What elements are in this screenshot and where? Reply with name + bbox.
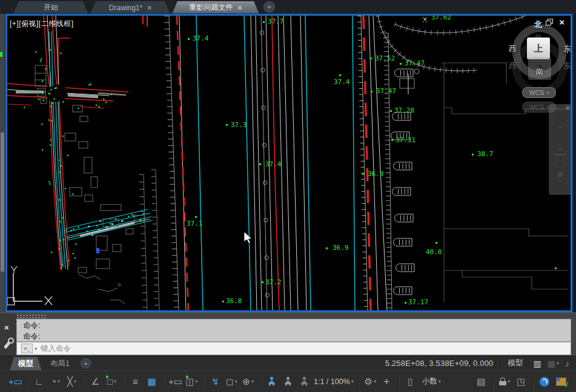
polar-tracking-icon[interactable]: ◔▾	[47, 373, 64, 390]
chevron-down-icon: ▾	[508, 379, 510, 384]
drag-handle[interactable]	[16, 314, 48, 319]
showmotion-icon[interactable]: ▶	[554, 154, 567, 168]
viewcube-east-ghost: 东	[563, 60, 571, 71]
units-value[interactable]: 小数▾	[419, 373, 466, 390]
elevation-point: 37.62	[424, 16, 451, 21]
model-tab[interactable]: 模型	[10, 357, 42, 371]
pier-symbols	[391, 69, 420, 295]
close-icon[interactable]: ×	[4, 323, 9, 332]
full-navigation-wheel-icon[interactable]: ╳	[557, 113, 563, 123]
svg-text:37.4: 37.4	[334, 78, 350, 86]
survey-dot	[139, 220, 141, 221]
restore-window-icon[interactable]	[546, 19, 553, 25]
svg-text:36.9: 36.9	[368, 170, 384, 178]
chevron-down-icon: ▾	[374, 379, 376, 384]
toolbar-separator	[203, 374, 204, 390]
command-history-line: 命令:	[23, 331, 571, 342]
object-snap-tracking-icon[interactable]: ╳▾	[64, 373, 80, 390]
transparency-icon[interactable]: ▦	[144, 373, 160, 390]
svg-text:37.4: 37.4	[265, 160, 282, 168]
snap-grid-icon[interactable]: ▦▾	[545, 359, 562, 368]
toolbar-separator	[492, 374, 494, 390]
graphics-performance-icon[interactable]	[537, 373, 553, 390]
navbar-collapse-icon[interactable]: ⊖	[558, 171, 563, 178]
infer-constraints-icon[interactable]: +▭	[7, 373, 24, 390]
coordinates-readout[interactable]: 5.258E+08, 3.538E+09, 0.000	[378, 359, 501, 368]
grid-display-icon[interactable]: ▥	[531, 359, 545, 368]
chevron-down-icon: ▾	[251, 379, 254, 384]
viewcube-west-ghost: 西	[509, 60, 517, 71]
viewcube-top-face[interactable]: 上	[527, 38, 550, 59]
quick-properties-icon[interactable]: ▤	[473, 373, 489, 390]
wrench-icon[interactable]	[4, 340, 12, 349]
elevation-point: 37.31	[391, 136, 415, 144]
object-snap-icon[interactable]: □▾	[104, 373, 120, 390]
close-window-icon[interactable]: ×	[559, 19, 564, 25]
object-snap-3d-icon[interactable]: ◫▾	[184, 373, 200, 390]
toolbar-separator	[83, 374, 84, 390]
command-input-row[interactable]: >_ ▾ 键入命令	[16, 342, 571, 355]
status-toolbar: +▭∟◔▾╳▾∠□▾≡▦+▭◫▾↯◻▾⊕▾1:1 / 100%▾⚙▾+▯小数▾▤…	[0, 370, 576, 392]
navbar-close-icon[interactable]: ⊗	[565, 105, 570, 111]
svg-text:37.4: 37.4	[193, 34, 209, 42]
model-viewport[interactable]: [+][俯视][二维线框]	[5, 14, 572, 312]
chevron-down-icon[interactable]: ▾	[559, 125, 561, 130]
elevation-point: 37.2	[262, 278, 282, 286]
ortho-mode-icon[interactable]: ∟	[31, 373, 47, 390]
layout1-tab[interactable]: 布局1	[42, 357, 78, 371]
dynamic-ucs-icon[interactable]: ↯	[207, 373, 223, 390]
annotation-monitor-plus-icon[interactable]: +	[379, 373, 395, 390]
elevation-point: 36.9	[362, 170, 384, 178]
command-input-placeholder[interactable]: 键入命令	[41, 344, 71, 354]
chevron-down-icon[interactable]: ▾	[559, 147, 561, 152]
selection-filter-icon[interactable]: ◻▾	[223, 373, 240, 390]
close-icon[interactable]: ×	[237, 4, 242, 11]
drawing-canvas[interactable]: [+][俯视][二维线框]	[7, 16, 571, 310]
orbit-icon[interactable]: ↻	[555, 132, 566, 145]
model-space-button[interactable]: 模型	[502, 358, 529, 368]
elevation-labels: 37.437.737.5237.4737.437.4737.2837.337.3…	[99, 16, 557, 306]
annotation-scale-value[interactable]: 1:1 / 100%▾	[313, 373, 355, 390]
wcs-dropdown[interactable]: WCS ▾	[522, 87, 556, 98]
isolate-objects-icon[interactable]: ◳	[513, 373, 529, 390]
gizmo-icon[interactable]: ⊕▾	[240, 373, 256, 390]
new-tab-button[interactable]: +	[263, 1, 275, 13]
elevation-point: 37.28	[390, 106, 414, 114]
viewport-controls-label[interactable]: [+][俯视][二维线框]	[10, 19, 74, 29]
tab-start-label: 开始	[44, 2, 58, 13]
viewcube-west[interactable]: 西	[509, 44, 517, 54]
chevron-down-icon[interactable]: ▾	[35, 346, 37, 351]
annotation-scale-icon[interactable]	[296, 373, 313, 390]
elevation-point: 37.1	[187, 216, 203, 227]
tab-start[interactable]: 开始	[13, 1, 88, 14]
annotation-autoscale-icon[interactable]	[280, 373, 296, 390]
close-icon[interactable]: ×	[147, 4, 151, 11]
tab-ghost-file[interactable]: 重影问题文件 ×	[172, 1, 259, 14]
ui-lock-icon[interactable]: ▾	[497, 373, 513, 390]
lineweight-icon[interactable]: ≡	[127, 373, 144, 390]
isometric-drafting-icon[interactable]: ∠	[87, 373, 104, 390]
annotation-monitor-icon[interactable]: ♪	[562, 359, 572, 368]
viewcube-east[interactable]: 东	[563, 44, 571, 54]
svg-text:36.9: 36.9	[333, 244, 349, 252]
svg-text:37.28: 37.28	[394, 106, 414, 114]
command-prompt-icon[interactable]: >_	[21, 344, 33, 353]
viewcube-south[interactable]: 南	[535, 67, 543, 77]
new-layout-button[interactable]: +	[81, 358, 91, 368]
command-panel: × 命令:命令: >_ ▾ 键入命令	[0, 313, 576, 356]
wcs-label: WCS	[529, 89, 545, 96]
elevation-point: 37.4	[188, 34, 209, 42]
navigation-bar[interactable]: ⊗ ╳ ▾ ↻ ▾ ▶ ⊖	[549, 104, 571, 195]
hardware-accel-icon[interactable]	[553, 373, 569, 390]
annotation-visibility-icon[interactable]	[263, 373, 280, 390]
workspace-switch-icon[interactable]: ⚙▾	[362, 373, 379, 390]
viewcube-north[interactable]: 北	[534, 19, 542, 30]
selection-cycling-icon[interactable]: +▭	[167, 373, 184, 390]
command-history-line: 命令:	[23, 320, 571, 331]
viewcube[interactable]: 北 北 西 东 西 东 上 上 南 南 WCS ▾ WCS ▾	[506, 17, 571, 117]
status-right-cluster: 5.258E+08, 3.538E+09, 0.000 模型 ▥▦▾♪	[378, 356, 576, 370]
toolbar-separator	[358, 374, 359, 390]
units-ruler-icon[interactable]: ▯	[402, 373, 419, 390]
tab-drawing1[interactable]: Drawing1* ×	[90, 1, 170, 14]
survey-drawing[interactable]: 37.437.737.5237.4737.437.4737.2837.337.3…	[7, 16, 571, 310]
